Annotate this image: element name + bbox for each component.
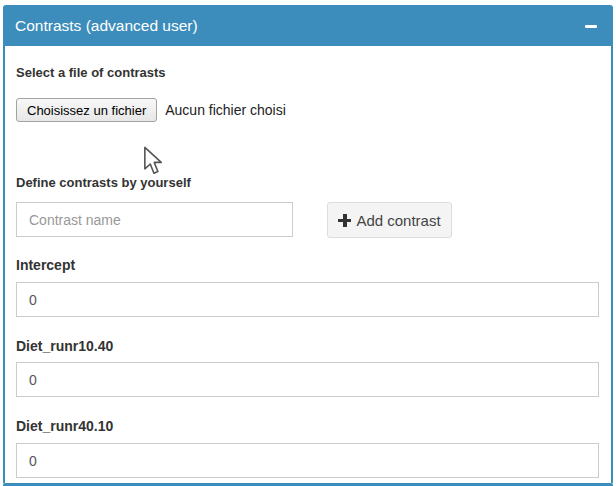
mouse-cursor-icon	[143, 146, 165, 176]
contrast-name-input[interactable]	[16, 202, 293, 237]
plus-icon	[338, 214, 351, 227]
coefficient-input-diet-runr10-40[interactable]	[16, 362, 599, 397]
panel-header: Contrasts (advanced user)	[3, 5, 613, 46]
coefficient-input-intercept[interactable]	[16, 282, 599, 317]
panel-title: Contrasts (advanced user)	[15, 5, 198, 46]
add-contrast-button[interactable]: Add contrast	[327, 202, 452, 238]
file-status-text: Aucun fichier choisi	[165, 102, 286, 118]
browse-file-button[interactable]: Choisissez un fichier	[16, 98, 157, 122]
collapse-button[interactable]	[579, 17, 603, 35]
file-section-label: Select a file of contrasts	[16, 65, 166, 80]
panel-body: Select a file of contrasts Choisissez un…	[3, 46, 613, 483]
add-contrast-button-label: Add contrast	[356, 212, 440, 229]
coefficient-input-diet-runr40-10[interactable]	[16, 443, 599, 478]
contrasts-panel: Contrasts (advanced user) Select a file …	[3, 5, 613, 486]
coefficient-label-diet-runr40-10: Diet_runr40.10	[16, 418, 113, 434]
coefficient-label-diet-runr10-40: Diet_runr10.40	[16, 338, 113, 354]
define-section-label: Define contrasts by yourself	[16, 175, 191, 190]
file-input: Choisissez un fichier Aucun fichier choi…	[16, 98, 286, 122]
minus-icon	[585, 25, 597, 28]
coefficient-label-intercept: Intercept	[16, 257, 75, 273]
